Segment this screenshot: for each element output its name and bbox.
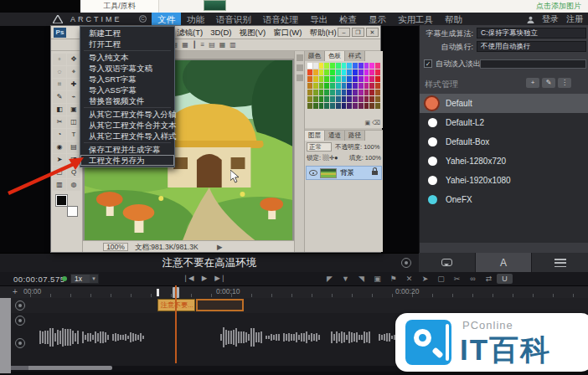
ps-tool-icon[interactable]: ◫ — [67, 116, 80, 128]
foreground-color-swatch[interactable] — [56, 195, 67, 206]
status-flyout-arrow[interactable]: ▶ — [217, 243, 223, 251]
ps-tool-icon[interactable]: ⌖ — [67, 66, 80, 78]
color-swatch[interactable] — [369, 76, 374, 82]
color-swatch[interactable] — [336, 83, 341, 89]
color-swatch[interactable] — [336, 76, 341, 82]
color-swatch[interactable] — [324, 90, 329, 95]
edit-style-button[interactable]: ✎ — [542, 78, 555, 88]
playback-speed-select[interactable]: 1x▼ — [70, 274, 99, 284]
color-swatch[interactable] — [358, 83, 364, 89]
color-swatch[interactable] — [313, 69, 318, 75]
color-swatch[interactable] — [353, 90, 358, 95]
color-swatch[interactable] — [364, 90, 369, 95]
flag-icon[interactable]: ⚑ — [385, 274, 401, 284]
menu-item-save-generate[interactable]: 保存工程并生成字幕 — [80, 144, 174, 155]
tab-paths[interactable]: 路径 — [345, 131, 365, 141]
tab-comments[interactable] — [419, 253, 475, 272]
minimize-button[interactable]: – — [338, 28, 350, 37]
color-swatch[interactable] — [369, 90, 374, 95]
menu-item-replace-media[interactable]: 替换音视频文件 — [80, 95, 174, 106]
menu-item-save-as[interactable]: 工程文件另存为 — [80, 155, 174, 166]
fill-control[interactable]: 填充: 100% — [349, 154, 381, 162]
color-swatch[interactable] — [347, 90, 352, 95]
layer-thumbnail[interactable] — [320, 168, 337, 178]
color-swatch[interactable] — [313, 83, 318, 89]
marker-right-icon[interactable]: ◥ — [353, 274, 369, 284]
menu-check[interactable]: 检查 — [333, 13, 363, 26]
color-swatch[interactable] — [347, 76, 352, 82]
next-frame-button[interactable]: ▶❘ — [214, 274, 226, 282]
color-swatch[interactable] — [353, 96, 358, 102]
color-swatch[interactable] — [358, 63, 364, 69]
color-swatch[interactable] — [364, 103, 369, 109]
preview-visibility-icon[interactable] — [401, 258, 411, 268]
color-swatch[interactable] — [358, 76, 364, 82]
add-style-button[interactable]: + — [526, 78, 539, 88]
color-swatch[interactable] — [353, 83, 358, 89]
color-swatch[interactable] — [364, 83, 369, 89]
ps-menu-help[interactable]: 帮助(H) — [309, 26, 336, 39]
color-swatch[interactable] — [330, 69, 335, 75]
timeline-ruler[interactable]: + 00:00 0:00:10 0:00:20 — [0, 285, 588, 298]
ps-tool-icon[interactable]: ◧ — [53, 104, 66, 116]
ps-tool-icon[interactable]: T — [67, 129, 80, 141]
color-swatch[interactable] — [313, 63, 318, 69]
track-eye-icon[interactable] — [15, 316, 25, 326]
camera-icon[interactable]: ▣ — [369, 274, 385, 284]
ps-tool-icon[interactable]: ✂ — [53, 116, 66, 128]
play-button[interactable]: ▶ — [202, 274, 208, 282]
color-swatch[interactable] — [313, 96, 318, 102]
ps-tool-icon[interactable]: ✚ — [67, 79, 80, 90]
color-swatch[interactable] — [364, 69, 369, 75]
style-row-default-l2[interactable]: Default-L2 — [420, 113, 588, 132]
color-swatch[interactable] — [364, 96, 369, 102]
color-swatch[interactable] — [307, 103, 312, 109]
menu-functions[interactable]: 功能 — [181, 13, 210, 26]
maximize-button[interactable]: ❐ — [352, 28, 364, 37]
menu-speech-processing[interactable]: 语音处理 — [257, 13, 304, 26]
ps-tool-icon[interactable]: ⌁ — [67, 91, 80, 103]
color-swatch[interactable] — [336, 63, 341, 69]
color-swatch[interactable] — [364, 76, 369, 82]
ps-tool-icon[interactable]: ◉ — [53, 141, 66, 153]
article-thumbnail[interactable] — [204, 0, 226, 11]
tab-layers[interactable]: 图层 — [305, 131, 325, 141]
selection-region[interactable] — [196, 299, 244, 311]
color-swatch[interactable] — [324, 63, 329, 69]
color-swatch[interactable] — [347, 83, 352, 89]
style-row-default[interactable]: Default — [420, 94, 588, 113]
opacity-control[interactable]: 不透明度: 100% — [335, 143, 379, 152]
color-swatch[interactable] — [342, 63, 347, 69]
color-swatch[interactable] — [330, 83, 335, 89]
tab-styles[interactable]: 样式 — [345, 51, 365, 61]
color-swatch[interactable] — [307, 76, 312, 82]
menu-item-import-srt[interactable]: 导入SRT字幕 — [80, 74, 174, 85]
color-swatch[interactable] — [336, 96, 341, 102]
layer-visibility-icon[interactable] — [309, 170, 317, 176]
color-swatch[interactable] — [324, 103, 329, 109]
close-button[interactable]: ✕ — [366, 28, 379, 37]
ps-menu-3d[interactable]: 3D(D) — [210, 26, 231, 39]
menu-speech-recognition[interactable]: 语音识别 — [210, 13, 257, 26]
menu-item-merge-text[interactable]: 从其它工程文件合并文本 — [80, 120, 174, 131]
panel-footer-icons[interactable]: ▣ ⌫ — [365, 120, 380, 126]
color-swatch[interactable] — [319, 76, 324, 82]
ps-tool-icon[interactable]: ◌ — [53, 66, 66, 78]
marker-left-icon[interactable]: ◤ — [322, 274, 338, 284]
color-swatch[interactable] — [342, 103, 347, 109]
scrollbar-thumb[interactable] — [0, 366, 112, 370]
menu-export[interactable]: 导出 — [304, 13, 333, 26]
edit-icon[interactable]: ▢ — [433, 274, 449, 284]
menu-item-import-styles[interactable]: 从其它工程文件导入样式 — [80, 131, 174, 141]
color-swatch[interactable] — [313, 76, 318, 82]
color-swatch[interactable] — [336, 69, 341, 75]
ps-tool-icon[interactable]: ◨ — [67, 154, 80, 166]
tab-list[interactable] — [532, 253, 588, 272]
color-swatch[interactable] — [324, 69, 329, 75]
register-link[interactable]: 注册 — [566, 13, 583, 25]
color-swatch[interactable] — [347, 103, 352, 109]
color-swatch[interactable] — [375, 96, 380, 102]
prev-frame-button[interactable]: ❘◀ — [183, 274, 194, 282]
algo-select[interactable]: C:保持字幕块独立 — [477, 28, 586, 39]
blend-mode-select[interactable]: 正常 — [307, 142, 332, 152]
